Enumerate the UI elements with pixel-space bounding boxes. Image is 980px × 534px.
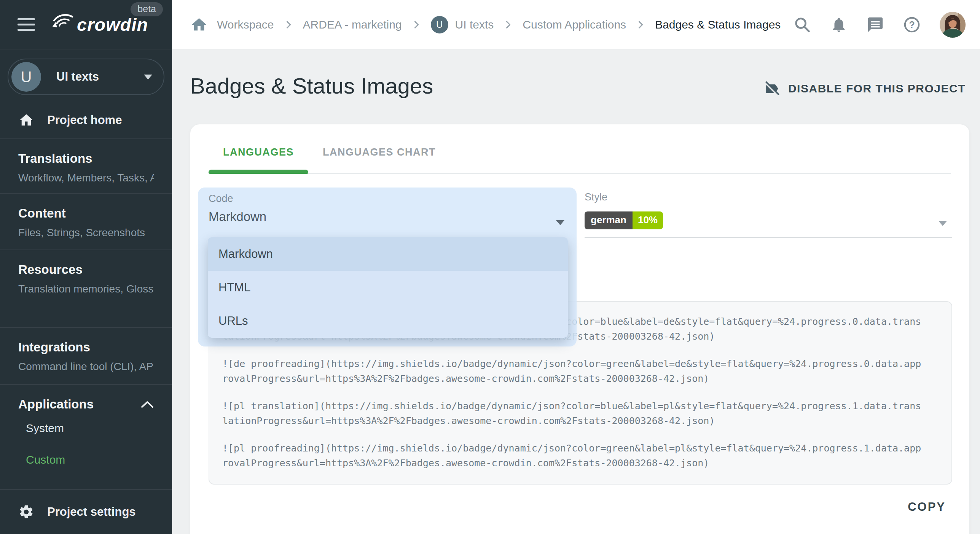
search-icon[interactable] [794,16,811,33]
style-select[interactable]: Style german 10% [585,188,952,238]
sidebar-item-resources[interactable]: Resources Translation memories, Glossari… [0,250,172,328]
home-icon [18,112,34,128]
copy-button[interactable]: COPY [908,500,946,514]
code-select-menu: Markdown HTML URLs [208,237,568,338]
badges-card: LANGUAGES LANGUAGES CHART Style german 1… [190,124,969,534]
sidebar-header: crowdin beta [0,0,172,49]
help-icon[interactable]: ? [903,16,921,33]
section-subtitle: Files, Strings, Screenshots [18,226,154,240]
badge-code-entry: ![de proofreading](https://img.shields.i… [222,356,939,386]
breadcrumb-item-ui-texts[interactable]: UI texts [455,18,494,31]
sidebar-item-project-settings[interactable]: Project settings [0,490,172,534]
breadcrumb-item-workspace[interactable]: Workspace [217,18,274,31]
tab-languages[interactable]: LANGUAGES [209,131,308,173]
beta-badge: beta [131,2,163,16]
section-title: Integrations [18,339,154,355]
chevron-down-icon [144,75,152,79]
chevron-down-icon [556,220,564,225]
svg-text:?: ? [909,19,915,30]
code-select-label: Code [209,193,233,205]
style-badge-preview: german 10% [585,211,663,229]
chevron-right-icon [283,19,294,30]
badge-label-part: german [585,211,633,229]
sidebar-item-applications[interactable]: Applications [18,396,154,412]
hamburger-menu-icon[interactable] [18,18,35,31]
tab-languages-chart[interactable]: LANGUAGES CHART [308,131,450,173]
crowdin-logo[interactable]: crowdin [50,11,148,37]
sidebar-item-applications-system[interactable]: System [18,412,154,444]
label-off-icon [764,81,780,97]
user-avatar[interactable] [940,12,966,38]
breadcrumb-project-avatar: U [431,16,448,33]
chevron-up-icon [141,400,154,408]
code-select-value: Markdown [209,210,266,224]
breadcrumb-item-badges-status-images: Badges & Status Images [655,18,781,31]
section-title: Resources [18,262,154,278]
section-title: Translations [18,151,154,167]
project-switcher[interactable]: U UI texts [8,59,164,95]
gear-icon [18,504,34,520]
badge-code-entry: ![pl proofreading](https://img.shields.i… [222,441,939,470]
menu-option-html[interactable]: HTML [208,271,568,304]
sidebar-item-label: Project settings [47,505,136,519]
topbar: Workspace ARDEA - marketing U UI texts C… [172,0,980,49]
crowdin-logo-text: crowdin [77,14,148,35]
topbar-actions: ? [794,12,966,38]
page-title: Badges & Status Images [190,73,433,99]
sidebar-item-applications-custom[interactable]: Custom [18,444,154,475]
chevron-down-icon [939,221,947,226]
project-name: UI texts [56,70,99,84]
breadcrumb: Workspace ARDEA - marketing U UI texts C… [190,16,781,33]
breadcrumb-item-ardea-marketing[interactable]: ARDEA - marketing [303,18,402,31]
disable-button-label: DISABLE FOR THIS PROJECT [788,82,966,95]
section-title: Applications [18,396,94,412]
project-avatar: U [11,62,41,92]
sidebar-item-integrations[interactable]: Integrations Command line tool (CLI), AP… [0,328,172,385]
chevron-right-icon [503,19,513,30]
sidebar-item-translations[interactable]: Translations Workflow, Members, Tasks, A… [0,139,172,194]
style-select-label: Style [585,188,952,203]
section-subtitle: Translation memories, Glossari… [18,282,154,296]
section-subtitle: Workflow, Members, Tasks, Act… [18,171,154,185]
disable-for-project-button[interactable]: DISABLE FOR THIS PROJECT [764,81,966,97]
sidebar: crowdin beta U UI texts Project home Tra… [0,0,172,534]
badge-value-part: 10% [633,211,663,229]
sidebar-item-project-home[interactable]: Project home [0,102,172,139]
sidebar-item-content[interactable]: Content Files, Strings, Screenshots [0,194,172,250]
menu-option-urls[interactable]: URLs [208,304,568,338]
code-select[interactable]: Code Markdown Markdown HTML URLs [198,188,577,346]
chevron-right-icon [411,19,422,30]
sidebar-item-label: Project home [47,113,122,127]
sidebar-section-applications: Applications System Custom [0,385,172,490]
badge-code-entry: ![pl translation](https://img.shields.io… [222,399,939,428]
menu-option-markdown[interactable]: Markdown [208,237,568,271]
breadcrumb-item-custom-applications[interactable]: Custom Applications [523,18,626,31]
section-subtitle: Command line tool (CLI), API, A… [18,360,154,373]
crowdin-logo-icon [50,11,75,37]
home-icon[interactable] [190,16,208,33]
chevron-right-icon [635,19,646,30]
tab-bar: LANGUAGES LANGUAGES CHART [209,124,951,174]
bell-icon[interactable] [830,16,848,33]
chat-icon[interactable] [867,16,884,33]
section-title: Content [18,205,154,221]
